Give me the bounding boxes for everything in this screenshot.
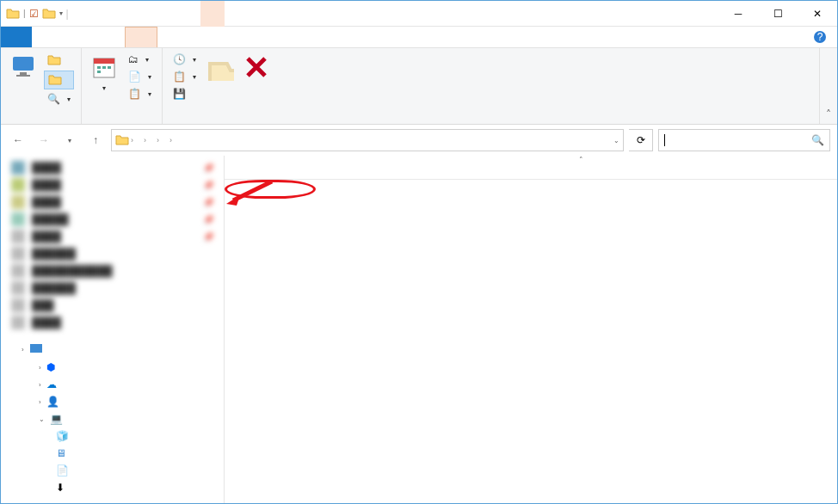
qat-folder-icon[interactable] xyxy=(42,7,56,21)
svg-rect-9 xyxy=(94,58,114,64)
open-file-location-button xyxy=(205,52,236,84)
tree-desktop-sub[interactable]: 🖥 xyxy=(1,445,224,462)
tree-dropbox[interactable]: ›⬢ xyxy=(1,359,224,376)
pc-icon: 💻 xyxy=(50,413,63,425)
quick-access-section: ████📌 ████📌 ████📌 █████📌 ████📌 ██████ ██… xyxy=(1,156,224,335)
list-icon: 📋 xyxy=(173,71,186,83)
ribbon: 🔍▾ ▾ 🗂▾ 📄▾ 📋▾ 🕓▾ 📋▾ 💾 xyxy=(1,47,837,125)
calendar-icon xyxy=(90,53,118,81)
svg-rect-7 xyxy=(16,75,30,77)
save-search-button: 💾 xyxy=(169,86,200,101)
tree-3d-objects[interactable]: 🧊 xyxy=(1,427,224,445)
search-again-button[interactable]: 🔍▾ xyxy=(44,91,74,107)
context-tab-search-tools xyxy=(200,1,225,27)
all-subfolders-button[interactable] xyxy=(44,71,74,89)
recent-searches-button[interactable]: 🕓▾ xyxy=(169,52,200,67)
history-dropdown[interactable]: ▾ xyxy=(59,130,80,151)
maximize-button[interactable]: ☐ xyxy=(758,1,798,27)
tree-documents[interactable]: 📄 xyxy=(1,462,224,479)
minimize-button[interactable]: ─ xyxy=(718,1,758,27)
title-bar: | ☑ ▾ | ─ ☐ ✕ xyxy=(1,1,837,27)
tab-home[interactable] xyxy=(32,27,63,47)
highlight-arrow xyxy=(225,180,276,206)
svg-rect-17 xyxy=(11,212,25,226)
dropbox-icon: ⬢ xyxy=(46,361,55,373)
svg-rect-24 xyxy=(30,344,42,353)
tree-desktop[interactable]: › xyxy=(1,340,224,359)
highlight-circle xyxy=(225,180,316,199)
desktop-icon xyxy=(29,342,43,356)
help-icon: ? xyxy=(813,30,827,44)
file-list-pane: ˄ xyxy=(225,156,837,503)
size-icon: 📄 xyxy=(128,71,141,83)
svg-rect-16 xyxy=(11,195,25,209)
close-button[interactable]: ✕ xyxy=(798,1,837,27)
sort-arrow-icon: ˄ xyxy=(579,156,583,164)
breadcrumb[interactable]: › › › › ⌄ xyxy=(111,129,624,151)
current-folder-button[interactable] xyxy=(44,52,74,69)
svg-rect-23 xyxy=(11,316,25,329)
svg-rect-13 xyxy=(97,71,101,73)
svg-rect-11 xyxy=(102,66,106,69)
documents-icon: 📄 xyxy=(56,464,69,476)
tree-this-pc[interactable]: ⌄💻 xyxy=(1,410,224,427)
save-icon: 💾 xyxy=(173,88,186,100)
date-modified-button[interactable]: ▾ xyxy=(89,52,120,95)
svg-rect-21 xyxy=(11,281,25,295)
kind-button[interactable]: 🗂▾ xyxy=(125,52,155,67)
open-location-icon xyxy=(206,53,234,81)
svg-rect-5 xyxy=(13,57,34,71)
close-search-button[interactable] xyxy=(241,52,272,84)
close-x-icon xyxy=(243,53,270,81)
help-button[interactable]: ? xyxy=(803,27,837,47)
user-icon: 👤 xyxy=(46,396,59,408)
tree-user[interactable]: ›👤 xyxy=(1,393,224,410)
tree-downloads[interactable]: ⬇ xyxy=(1,479,224,496)
refresh-button[interactable]: ⟳ xyxy=(629,129,653,151)
desktop-icon: 🖥 xyxy=(56,447,66,459)
svg-rect-20 xyxy=(11,264,25,278)
folders-icon xyxy=(48,73,62,87)
forward-button: → xyxy=(34,130,54,151)
qat-checkbox-icon[interactable]: ☑ xyxy=(29,8,39,20)
svg-rect-15 xyxy=(11,178,25,192)
column-headers: ˄ xyxy=(225,156,837,180)
app-icon xyxy=(6,7,20,21)
size-button[interactable]: 📄▾ xyxy=(125,69,155,84)
svg-rect-18 xyxy=(11,230,25,243)
svg-rect-19 xyxy=(11,247,25,261)
folder-icon xyxy=(47,53,61,67)
svg-rect-22 xyxy=(11,298,25,312)
back-button[interactable]: ← xyxy=(8,130,28,151)
tab-search[interactable] xyxy=(125,27,157,47)
tree-onedrive[interactable]: ›☁ xyxy=(1,376,224,393)
breadcrumb-dropdown[interactable]: ⌄ xyxy=(613,137,619,144)
advanced-options-button[interactable]: 📋▾ xyxy=(169,69,200,84)
search-box[interactable]: 🔍 xyxy=(658,129,830,151)
other-properties-button[interactable]: 📋▾ xyxy=(125,86,155,101)
monitor-icon xyxy=(9,53,37,81)
search-icon: 🔍 xyxy=(811,134,824,146)
svg-rect-12 xyxy=(108,66,111,69)
tab-view[interactable] xyxy=(94,27,125,47)
svg-rect-14 xyxy=(11,161,25,175)
search-icon: 🔍 xyxy=(47,93,60,105)
qat-dropdown-icon[interactable]: ▾ xyxy=(59,9,63,17)
downloads-icon: ⬇ xyxy=(56,482,65,494)
kind-icon: 🗂 xyxy=(128,53,139,65)
navigation-pane: ████📌 ████📌 ████📌 █████📌 ████📌 ██████ ██… xyxy=(1,156,225,503)
ribbon-tabs: ? xyxy=(1,27,837,47)
folder-icon xyxy=(115,133,129,147)
svg-text:?: ? xyxy=(817,31,823,43)
3d-icon: 🧊 xyxy=(56,430,69,442)
this-pc-button[interactable] xyxy=(8,52,39,84)
tab-file[interactable] xyxy=(1,27,32,47)
onedrive-icon: ☁ xyxy=(46,378,57,390)
clock-icon: 🕓 xyxy=(173,53,186,65)
address-bar: ← → ▾ ↑ › › › › ⌄ ⟳ 🔍 xyxy=(1,125,837,156)
tab-share[interactable] xyxy=(63,27,94,47)
svg-rect-6 xyxy=(20,72,27,75)
properties-icon: 📋 xyxy=(128,88,141,100)
up-button[interactable]: ↑ xyxy=(85,130,106,151)
ribbon-collapse-button[interactable]: ˄ xyxy=(820,48,837,124)
